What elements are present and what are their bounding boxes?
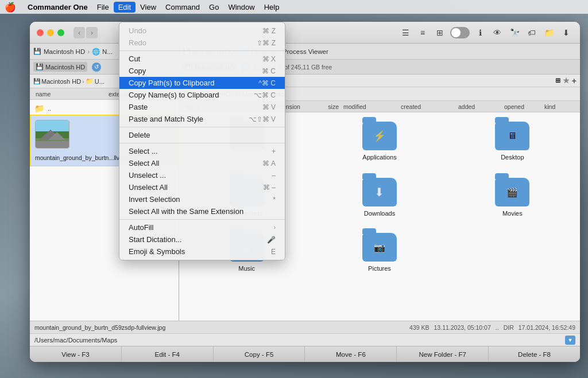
file-item[interactable]: Pictures <box>316 228 442 276</box>
menu-item-copy-name-label: Copy Name(s) to Clipboard <box>129 91 219 99</box>
menu-view[interactable]: View <box>136 2 161 13</box>
menu-window[interactable]: Window <box>223 2 259 13</box>
menu-item-invert[interactable]: Invert Selection * <box>119 193 285 205</box>
path-dropdown-button[interactable]: ▼ <box>565 336 575 345</box>
copy-f5-button[interactable]: Copy - F5 <box>214 346 305 362</box>
music-folder-name: Music <box>238 265 255 272</box>
menu-item-select-all[interactable]: Select All ⌘ A <box>119 157 285 169</box>
left-drive-item[interactable]: 💾 Macintosh HD <box>33 62 87 72</box>
menu-item-select-ext-label: Select All with the Same Extension <box>129 207 243 216</box>
menu-item-unselect[interactable]: Unselect ... – <box>119 169 285 181</box>
menu-edit[interactable]: Edit <box>114 2 136 13</box>
bottom-toolbar: View - F3 Edit - F4 Copy - F5 Move - F6 … <box>30 346 580 362</box>
view-list-small-icon[interactable]: ☰ <box>399 26 412 40</box>
menu-shortcut-copy-name: ⌥⌘ C <box>254 91 276 99</box>
menu-item-emoji[interactable]: Emoji & Symbols E <box>119 245 285 258</box>
binoculars-icon[interactable]: 🔭 <box>508 26 521 40</box>
menu-item-paste[interactable]: Paste ⌘ V <box>119 101 285 113</box>
main-window: ‹ › ☰ ≡ ⊞ ℹ 👁 🔭 🏷 📁 ⬇ 💾 Macintosh HD › 🌐 <box>30 22 580 362</box>
menu-arrow-autofill: › <box>274 224 276 231</box>
menu-help[interactable]: Help <box>260 2 284 13</box>
view-grid-icon[interactable]: ⊞ <box>433 26 447 40</box>
right-col-added[interactable]: added <box>456 103 502 110</box>
menu-shortcut-emoji: E <box>271 248 276 256</box>
left-drive-badge[interactable]: ↺ <box>92 63 101 72</box>
move-f6-button[interactable]: Move - F6 <box>305 346 397 362</box>
new-folder-icon[interactable]: 📁 <box>542 26 556 40</box>
right-add-icon[interactable]: + <box>572 76 577 85</box>
delete-f8-button[interactable]: Delete - F8 <box>489 346 580 362</box>
file-item[interactable]: Desktop <box>450 117 575 166</box>
menu-item-select-all-label: Select All <box>129 159 159 167</box>
menu-item-cut-label: Cut <box>129 54 140 63</box>
close-button[interactable] <box>37 29 44 36</box>
edit-f4-button[interactable]: Edit - F4 <box>122 346 214 362</box>
applications-folder-icon <box>362 122 397 150</box>
right-col-kind[interactable]: kind <box>542 103 577 110</box>
menu-item-autofill-label: AutoFill <box>129 223 153 232</box>
menu-item-copy-name[interactable]: Copy Name(s) to Clipboard ⌥⌘ C <box>119 89 285 101</box>
right-col-opened[interactable]: opened <box>502 103 542 110</box>
traffic-lights <box>37 29 64 36</box>
menu-item-undo[interactable]: Undo ⌘ Z <box>119 25 285 37</box>
info-icon[interactable]: ℹ <box>473 26 487 40</box>
menu-item-delete[interactable]: Delete <box>119 129 285 141</box>
menu-item-paste-label: Paste <box>129 103 148 111</box>
right-star-icon[interactable]: ★ <box>563 76 570 85</box>
left-network-icon: 🌐 <box>92 48 100 56</box>
status-extra: .. <box>496 324 499 331</box>
menu-shortcut-copy: ⌘ C <box>262 67 276 75</box>
menu-item-select-ext[interactable]: Select All with the Same Extension <box>119 205 285 217</box>
file-item[interactable]: Movies <box>450 173 575 221</box>
tag-icon[interactable]: 🏷 <box>525 26 539 40</box>
menu-command[interactable]: Command <box>161 2 204 13</box>
downloads-folder-icon <box>362 178 397 206</box>
minimize-button[interactable] <box>47 29 54 36</box>
window-titlebar: ‹ › ☰ ≡ ⊞ ℹ 👁 🔭 🏷 📁 ⬇ <box>30 22 580 44</box>
nav-back-button[interactable]: ‹ <box>74 27 85 38</box>
menu-shortcut-select: + <box>272 147 276 155</box>
menu-item-cut[interactable]: Cut ⌘ X <box>119 53 285 65</box>
app-name[interactable]: Commander One <box>23 2 92 13</box>
menu-item-copy[interactable]: Copy ⌘ C <box>119 65 285 77</box>
new-folder-f7-button[interactable]: New Folder - F7 <box>397 346 489 362</box>
menu-item-unselect-all-label: Unselect All <box>129 183 168 192</box>
menu-item-paste-match[interactable]: Paste and Match Style ⌥⇧⌘ V <box>119 113 285 125</box>
menu-item-autofill[interactable]: AutoFill › <box>119 221 285 233</box>
status-right-type: DIR <box>504 324 514 331</box>
movies-folder-name: Movies <box>502 210 523 217</box>
menu-item-dictation[interactable]: Start Dictation... 🎤 <box>119 233 285 245</box>
menu-file[interactable]: File <box>92 2 114 13</box>
view-f3-button[interactable]: View - F3 <box>30 346 122 362</box>
menu-shortcut-paste: ⌘ V <box>262 103 276 111</box>
status-date: 13.11.2023, 05:10:07 <box>434 324 491 331</box>
menu-item-copy-path[interactable]: Copy Path(s) to Clipboard ^⌘ C <box>119 77 285 89</box>
right-col-created[interactable]: created <box>399 103 456 110</box>
apple-menu-icon[interactable]: 🍎 <box>5 2 16 13</box>
right-grid-icon[interactable]: ⊞ <box>555 77 560 84</box>
menu-item-redo[interactable]: Redo ⇧⌘ Z <box>119 37 285 49</box>
pictures-folder-name: Pictures <box>368 265 391 272</box>
maximize-button[interactable] <box>57 29 64 36</box>
menu-item-copy-path-label: Copy Path(s) to Clipboard <box>129 79 215 87</box>
menu-item-invert-label: Invert Selection <box>129 195 180 204</box>
left-location-label: Macintosh HD <box>44 48 85 55</box>
col-name[interactable]: name <box>33 91 106 98</box>
nav-forward-button[interactable]: › <box>86 27 98 38</box>
right-col-size[interactable]: size <box>307 103 341 110</box>
menu-item-unselect-all[interactable]: Unselect All ⌘ – <box>119 181 285 193</box>
menu-shortcut-unselect: – <box>272 172 276 180</box>
right-col-mod[interactable]: modified <box>341 103 399 110</box>
left-bc-sub[interactable]: U... <box>95 78 105 85</box>
view-list-detail-icon[interactable]: ≡ <box>416 26 430 40</box>
left-bc-hd[interactable]: Macintosh HD <box>41 78 81 85</box>
downloads-folder-name: Downloads <box>364 210 395 217</box>
file-item[interactable]: Downloads <box>316 173 442 221</box>
menu-go[interactable]: Go <box>204 2 223 13</box>
eye-icon[interactable]: 👁 <box>490 26 504 40</box>
menu-item-select[interactable]: Select ... + <box>119 145 285 157</box>
file-item[interactable]: Applications <box>316 117 442 166</box>
menu-shortcut-unselect-all: ⌘ – <box>263 184 276 192</box>
download-icon[interactable]: ⬇ <box>559 26 573 40</box>
toggle-switch[interactable] <box>450 27 470 38</box>
